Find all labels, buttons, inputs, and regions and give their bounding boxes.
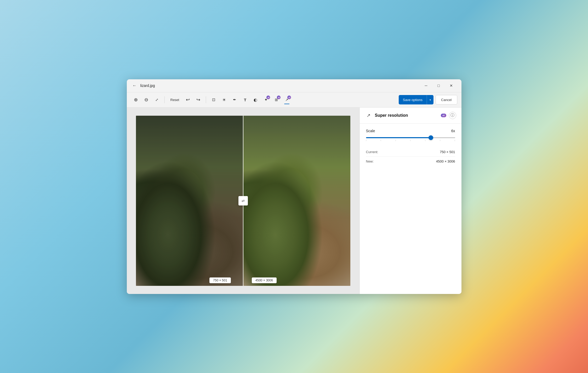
image-container: ⇄ 750 × 501 4500 × 3006 [136, 116, 350, 286]
back-button[interactable]: ← [131, 82, 138, 89]
toolbar-actions: Save options ▾ Cancel [399, 95, 457, 104]
main-content: ⇄ 750 × 501 4500 × 3006 ↗ Super resoluti… [127, 108, 461, 294]
image-split: ⇄ [136, 116, 350, 286]
history-tools: Reset ↩ ↪ [167, 95, 203, 105]
ai-badge-sr: AI [287, 96, 291, 99]
zoom-in-button[interactable]: ⊕ [131, 95, 141, 105]
panel-header: ↗ Super resolution AI ⓘ [360, 108, 461, 124]
text-button[interactable]: T [240, 95, 250, 105]
save-options-button[interactable]: Save options ▾ [399, 95, 433, 104]
maximize-button[interactable]: □ [433, 81, 445, 90]
minimize-button[interactable]: ─ [420, 81, 432, 90]
current-size-row: Current: 750 × 501 [366, 147, 455, 157]
draw-button[interactable]: ✒ [230, 95, 239, 105]
panel-icon: ↗ [365, 112, 372, 119]
toolbar-separator-1 [164, 96, 165, 103]
image-area: ⇄ 750 × 501 4500 × 3006 [127, 108, 359, 294]
redo-button[interactable]: ↪ [193, 95, 203, 105]
window-controls: ─ □ ✕ [420, 81, 457, 90]
ai-badge-bg: AI [277, 96, 281, 99]
save-options-main[interactable]: Save options [399, 95, 427, 104]
close-button[interactable]: ✕ [445, 81, 457, 90]
reset-button[interactable]: Reset [167, 95, 182, 105]
slider-tick [455, 140, 455, 141]
new-size-label: 4500 × 3006 [252, 277, 277, 283]
effects-button[interactable]: ✦ AI [261, 95, 271, 105]
slider-tick [381, 140, 381, 141]
slider-tick [396, 140, 396, 141]
fit-button[interactable]: ⤢ [152, 95, 162, 105]
ai-badge-effects: AI [266, 96, 270, 99]
slider-ticks [366, 140, 455, 141]
background-remove-button[interactable]: ⊞ AI [271, 95, 281, 105]
iguana-left-texture [136, 116, 243, 286]
current-size-label: Current: [366, 150, 378, 154]
scale-row: Scale 6x [366, 129, 455, 133]
fill-button[interactable]: ◐ [250, 95, 260, 105]
image-left-half [136, 116, 243, 286]
image-right-half [243, 116, 350, 286]
iguana-right-texture [243, 116, 350, 286]
app-window: ← lizard.jpg ─ □ ✕ ⊕ ⊖ ⤢ Reset ↩ ↪ [127, 79, 461, 294]
panel-body: Scale 6x [360, 124, 461, 171]
super-resolution-button[interactable]: ↗ AI [282, 95, 292, 105]
toolbar-separator-2 [206, 96, 206, 103]
split-handle[interactable]: ⇄ [238, 196, 248, 205]
cancel-button[interactable]: Cancel [436, 95, 457, 104]
zoom-out-button[interactable]: ⊖ [141, 95, 151, 105]
scale-slider-fill [366, 137, 431, 138]
new-size-label: New: [366, 159, 374, 163]
scale-slider-track[interactable] [366, 137, 455, 138]
adjust-button[interactable]: ☀ [219, 95, 229, 105]
scale-slider-container [366, 137, 455, 141]
undo-button[interactable]: ↩ [183, 95, 193, 105]
new-size-value: 4500 × 3006 [436, 159, 455, 163]
image-labels: 750 × 501 4500 × 3006 [136, 277, 350, 283]
scale-value: 6x [451, 129, 455, 133]
toolbar: ⊕ ⊖ ⤢ Reset ↩ ↪ ⊡ ☀ ✒ T ◐ ✦ AI ⊞ AI [127, 92, 461, 108]
filename-title: lizard.jpg [140, 83, 155, 88]
scale-label: Scale [366, 129, 375, 133]
panel-info-button[interactable]: ⓘ [449, 112, 456, 119]
save-options-dropdown-arrow[interactable]: ▾ [427, 95, 433, 104]
title-bar: ← lizard.jpg ─ □ ✕ [127, 79, 461, 92]
slider-tick [366, 140, 366, 141]
new-size-row: New: 4500 × 3006 [366, 157, 455, 166]
slider-tick [425, 140, 425, 141]
slider-tick [440, 140, 440, 141]
slider-tick [410, 140, 410, 141]
panel-title: Super resolution [375, 113, 438, 118]
original-size-label: 750 × 501 [209, 277, 231, 283]
zoom-tools: ⊕ ⊖ ⤢ [131, 95, 162, 105]
crop-button[interactable]: ⊡ [209, 95, 219, 105]
panel-ai-badge: AI [441, 114, 446, 117]
current-size-value: 750 × 501 [440, 150, 455, 154]
editor-tools: ⊡ ☀ ✒ T ◐ ✦ AI ⊞ AI ↗ AI [209, 95, 292, 105]
scale-slider-thumb[interactable] [429, 135, 433, 140]
right-panel: ↗ Super resolution AI ⓘ Scale 6x [359, 108, 461, 294]
